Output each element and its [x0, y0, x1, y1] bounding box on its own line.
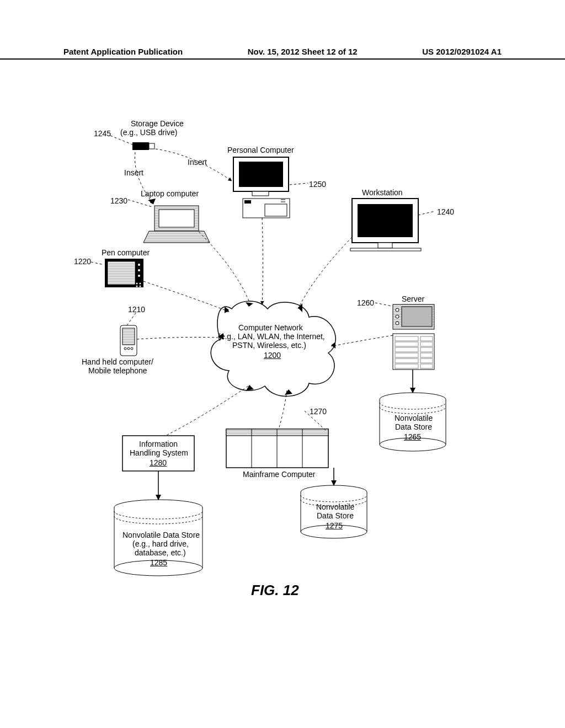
svg-rect-3 [149, 143, 154, 149]
svg-rect-36 [402, 307, 432, 326]
storage-device-label: Storage Device [131, 119, 184, 128]
handheld-label-1: Hand held computer/ [82, 357, 153, 366]
svg-rect-17 [350, 248, 421, 251]
cloud-l3: PSTN, Wireless, etc.) [232, 341, 306, 350]
insert-left-label: Insert [124, 168, 143, 177]
laptop-icon [143, 206, 210, 243]
laptop-label: Laptop computer [141, 189, 199, 198]
nv1285-l3: database, etc.) [135, 548, 186, 557]
svg-point-23 [136, 283, 138, 285]
svg-rect-2 [132, 142, 149, 150]
svg-point-34 [396, 315, 399, 318]
svg-rect-19 [108, 262, 135, 284]
mobile-icon [120, 325, 137, 356]
ref-1260: 1260 [357, 298, 374, 307]
pen-computer-icon [105, 259, 143, 287]
pen-label: Pen computer [102, 248, 150, 257]
svg-rect-10 [244, 200, 251, 204]
ihs-l1: Information [139, 440, 178, 448]
nv1275-l1: Nonvolatile [316, 502, 354, 511]
svg-point-35 [396, 322, 399, 325]
cloud-l2: (e.g., LAN, WLAN, the Internet, [218, 332, 325, 341]
ihs-ref: 1280 [150, 458, 167, 467]
mainframe-icon [226, 429, 328, 468]
ref-1220: 1220 [74, 257, 91, 266]
pc-icon [233, 157, 290, 218]
ref-1230: 1230 [110, 196, 127, 205]
cloud-ref: 1200 [264, 351, 281, 360]
workstation-label: Workstation [362, 188, 403, 197]
nv1265-l2: Data Store [395, 422, 432, 431]
insert-right-label: Insert [188, 158, 207, 167]
svg-marker-81 [148, 199, 156, 204]
svg-point-33 [396, 308, 399, 312]
nv1265-ref: 1265 [404, 432, 421, 441]
svg-point-21 [138, 269, 140, 271]
nv1265-l1: Nonvolatile [395, 414, 433, 422]
svg-point-22 [138, 275, 140, 277]
figure-caption: FIG. 12 [251, 582, 299, 599]
svg-point-20 [138, 264, 140, 266]
svg-rect-5 [159, 210, 194, 227]
cloud-l1: Computer Network [238, 323, 303, 332]
workstation-icon [350, 199, 421, 251]
nv1285-l2: (e.g., hard drive, [132, 539, 189, 548]
handheld-label-2: Mobile telephone [88, 366, 147, 375]
ihs-l2: Handling System [130, 448, 188, 457]
svg-rect-11 [265, 204, 287, 216]
svg-point-26 [140, 286, 141, 287]
nv1285-ref: 1285 [150, 558, 167, 567]
svg-rect-16 [378, 243, 392, 248]
mainframe-label: Mainframe Computer [243, 470, 316, 479]
svg-rect-15 [358, 204, 413, 237]
ref-1250: 1250 [309, 180, 326, 189]
server-label: Server [402, 295, 424, 303]
nv1285-l1: Nonvolatile Data Store [122, 531, 200, 539]
svg-point-25 [136, 286, 138, 287]
svg-rect-7 [239, 162, 283, 187]
ref-1270: 1270 [310, 407, 327, 416]
nv1275-l2: Data Store [317, 511, 354, 520]
server-icon [393, 304, 434, 370]
svg-rect-8 [252, 191, 269, 196]
usb-drive-icon [132, 142, 154, 150]
ref-1245: 1245 [94, 129, 111, 138]
nv1275-ref: 1275 [326, 521, 343, 530]
storage-device-sub: (e.g., USB drive) [120, 128, 177, 137]
svg-rect-28 [122, 328, 135, 345]
ref-1210: 1210 [128, 305, 145, 314]
pc-label: Personal Computer [227, 146, 294, 154]
svg-point-24 [140, 283, 141, 285]
ref-1240: 1240 [437, 207, 454, 216]
